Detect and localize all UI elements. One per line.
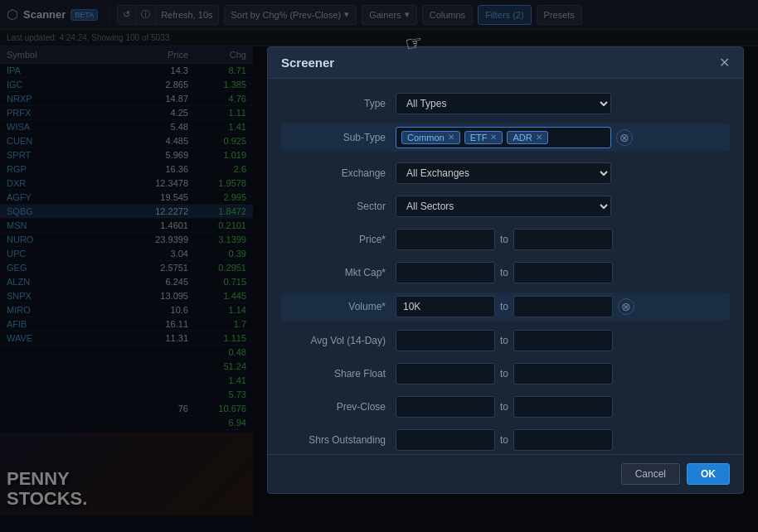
modal-title: Screener bbox=[281, 56, 334, 70]
tag-common-close[interactable]: ✕ bbox=[448, 133, 454, 142]
price-row: Price* to bbox=[288, 228, 723, 251]
avgvol-to-input[interactable] bbox=[513, 330, 613, 351]
price-control: to bbox=[396, 229, 723, 250]
mktcap-to-label: to bbox=[500, 267, 508, 278]
sharefloat-row: Share Float to bbox=[288, 362, 723, 385]
shrsoutstanding-range: to bbox=[396, 429, 613, 451]
mktcap-control: to bbox=[396, 262, 723, 283]
ok-button[interactable]: OK bbox=[687, 463, 730, 485]
avgvol-control: to bbox=[396, 330, 723, 351]
sharefloat-label: Share Float bbox=[288, 368, 396, 380]
prevclose-label: Prev-Close bbox=[288, 401, 396, 413]
prevclose-row: Prev-Close to bbox=[288, 395, 723, 418]
tag-etf-close[interactable]: ✕ bbox=[490, 133, 497, 142]
sharefloat-range: to bbox=[396, 363, 613, 384]
exchange-row: Exchange All Exchanges bbox=[288, 162, 723, 185]
shrsoutstanding-to-label: to bbox=[500, 434, 508, 446]
sector-label: Sector bbox=[288, 201, 396, 212]
type-control: All Types bbox=[396, 93, 723, 114]
volume-control: to ⊗ bbox=[396, 296, 723, 317]
exchange-label: Exchange bbox=[288, 167, 396, 179]
type-label: Type bbox=[288, 98, 396, 109]
mktcap-row: Mkt Cap* to bbox=[288, 261, 723, 284]
prevclose-from-input[interactable] bbox=[396, 396, 495, 418]
sector-control: All Sectors bbox=[396, 196, 723, 217]
shrsoutstanding-from-input[interactable] bbox=[396, 429, 495, 451]
avgvol-label: Avg Vol (14-Day) bbox=[288, 335, 396, 346]
sector-row: Sector All Sectors bbox=[288, 195, 723, 218]
sharefloat-to-input[interactable] bbox=[513, 363, 613, 384]
shrsoutstanding-control: to bbox=[396, 429, 723, 451]
volume-to-label: to bbox=[500, 301, 508, 312]
type-row: Type All Types bbox=[288, 92, 723, 115]
volume-range: to ⊗ bbox=[396, 296, 634, 317]
avgvol-to-label: to bbox=[500, 335, 508, 346]
volume-label: Volume* bbox=[288, 301, 396, 312]
type-select[interactable]: All Types bbox=[396, 93, 611, 114]
prevclose-to-label: to bbox=[500, 401, 508, 413]
avgvol-row: Avg Vol (14-Day) to bbox=[288, 329, 723, 352]
price-range: to bbox=[396, 229, 613, 250]
modal-header: Screener ✕ bbox=[268, 47, 743, 79]
sharefloat-to-label: to bbox=[500, 368, 508, 380]
subtype-clear-button[interactable]: ⊗ bbox=[616, 129, 633, 146]
sharefloat-control: to bbox=[396, 363, 723, 384]
sector-select[interactable]: All Sectors bbox=[396, 196, 611, 217]
price-from-input[interactable] bbox=[396, 229, 495, 250]
subtype-tags-container[interactable]: Common ✕ ETF ✕ ADR ✕ bbox=[396, 127, 611, 148]
screener-modal: Screener ✕ Type All Types Sub-Type bbox=[267, 46, 744, 494]
cancel-button[interactable]: Cancel bbox=[621, 463, 680, 485]
price-label: Price* bbox=[288, 234, 396, 245]
avgvol-from-input[interactable] bbox=[396, 330, 495, 351]
exchange-control: All Exchanges bbox=[396, 162, 723, 184]
sharefloat-from-input[interactable] bbox=[396, 363, 495, 384]
volume-to-input[interactable] bbox=[513, 296, 613, 317]
modal-overlay: Screener ✕ Type All Types Sub-Type bbox=[0, 0, 758, 532]
price-to-input[interactable] bbox=[513, 229, 613, 250]
shrsoutstanding-to-input[interactable] bbox=[513, 429, 613, 451]
modal-close-button[interactable]: ✕ bbox=[719, 56, 730, 70]
volume-from-input[interactable] bbox=[396, 296, 495, 317]
modal-body[interactable]: Type All Types Sub-Type Common ✕ bbox=[268, 79, 743, 454]
subtype-control: Common ✕ ETF ✕ ADR ✕ ⊗ bbox=[396, 127, 723, 148]
mktcap-to-input[interactable] bbox=[513, 262, 613, 283]
tag-common[interactable]: Common ✕ bbox=[401, 131, 460, 144]
mktcap-label: Mkt Cap* bbox=[288, 267, 396, 278]
exchange-select[interactable]: All Exchanges bbox=[396, 162, 611, 184]
prevclose-range: to bbox=[396, 396, 613, 418]
subtype-row: Sub-Type Common ✕ ETF ✕ ADR ✕ bbox=[281, 123, 730, 152]
prevclose-to-input[interactable] bbox=[513, 396, 613, 418]
shrsoutstanding-row: Shrs Outstanding to bbox=[288, 428, 723, 452]
tag-adr-close[interactable]: ✕ bbox=[536, 133, 542, 142]
tag-etf[interactable]: ETF ✕ bbox=[464, 131, 503, 144]
modal-footer: Cancel OK bbox=[268, 454, 743, 493]
tag-adr[interactable]: ADR ✕ bbox=[507, 131, 547, 144]
subtype-label: Sub-Type bbox=[288, 132, 396, 143]
volume-clear-button[interactable]: ⊗ bbox=[618, 298, 634, 315]
mktcap-range: to bbox=[396, 262, 613, 283]
avgvol-range: to bbox=[396, 330, 613, 351]
mktcap-from-input[interactable] bbox=[396, 262, 495, 283]
volume-row: Volume* to ⊗ bbox=[281, 293, 730, 321]
prevclose-control: to bbox=[396, 396, 723, 418]
price-to-label: to bbox=[500, 234, 508, 245]
shrsoutstanding-label: Shrs Outstanding bbox=[288, 434, 396, 446]
